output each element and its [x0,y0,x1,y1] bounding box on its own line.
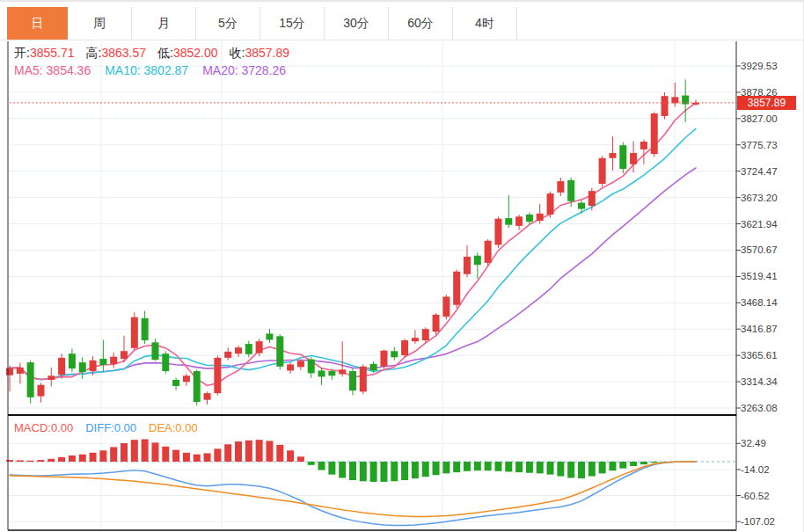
chart-app-window: 日 周 月 5分 15分 30分 60分 4时 开:3855.71高:3863.… [0,0,804,532]
macd-value: MACD:0.00 [14,421,73,434]
price-axis-label: 3365.61 [741,350,802,361]
price-axis-label: 3724.47 [741,166,802,177]
open-value: 3855.71 [30,46,75,60]
ohlc-readout: 开:3855.71高:3863.57低:3852.00收:3857.89 [14,46,301,62]
price-axis-label: 3468.14 [741,297,802,308]
price-axis-label: 3673.20 [741,193,802,203]
close-value: 3857.89 [245,46,289,60]
low-label: 低: [157,46,173,60]
macd-axis-label: 32.49 [741,438,802,448]
open-label: 开: [14,46,30,60]
high-label: 高: [86,46,102,60]
candlestick-series [6,79,699,405]
price-axis-label: 3570.67 [741,244,802,255]
ma10-readout: MA10: 3802.87 [105,63,188,77]
price-axis-label: 3827.00 [741,113,802,124]
price-axis-label: 3929.53 [741,61,802,71]
macd-readout: MACD:0.00DIFF:0.00DEA:0.00 [14,421,198,434]
high-value: 3863.57 [101,46,146,60]
macd-axis-label: -60.52 [741,491,802,501]
current-price-badge: 3857.89 [737,96,796,110]
low-value: 3852.00 [173,46,218,60]
dea-value: DEA:0.00 [149,421,198,434]
ma-readout: MA5: 3854.36MA10: 3802.87MA20: 3728.26 [14,63,286,77]
price-axis-label: 3775.73 [741,140,802,150]
price-axis-label: 3416.87 [741,324,802,334]
price-axis-label: 3314.34 [741,376,802,387]
macd-axis-label: -107.02 [741,516,802,527]
ma20-readout: MA20: 3728.26 [202,63,286,77]
diff-value: DIFF:0.00 [85,421,136,434]
price-axis-label: 3263.08 [741,403,802,413]
close-label: 收: [230,46,245,60]
ma5-readout: MA5: 3854.36 [14,63,91,77]
macd-axis-label: -14.02 [741,464,802,475]
price-axis-label: 3621.94 [741,219,802,230]
price-axis-label: 3519.41 [741,271,802,281]
